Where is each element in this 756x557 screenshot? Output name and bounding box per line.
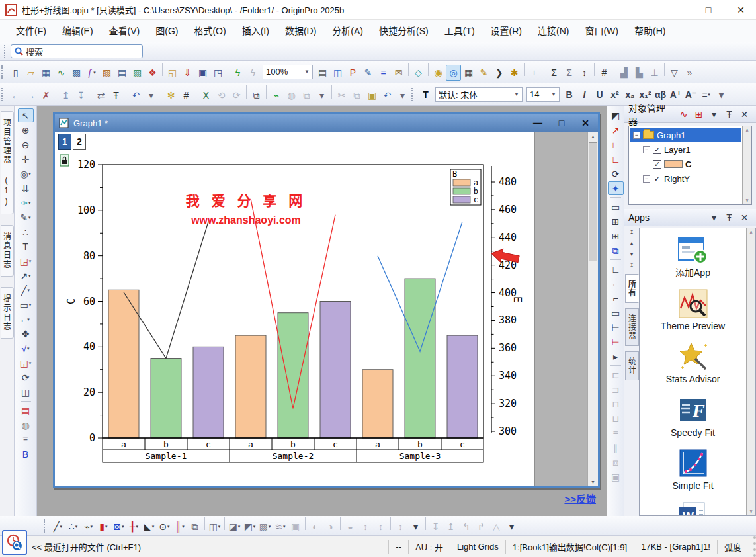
new-workbook[interactable]: ▦ <box>38 65 54 81</box>
area-plot[interactable]: ◣▾ <box>142 519 157 535</box>
stat-chart-histogram[interactable]: ▙ <box>632 65 647 81</box>
menu-item[interactable]: 插入(I) <box>234 20 277 42</box>
3d-object-tool[interactable]: ◫ <box>18 385 34 399</box>
b-to-c-tool[interactable]: B <box>18 447 34 461</box>
graph-template-library[interactable]: ⧉ <box>187 519 202 535</box>
screen-reader-tool[interactable]: ✛ <box>18 152 34 166</box>
layer-grid-4[interactable]: ⊞ <box>608 214 624 228</box>
graph-window[interactable]: Graph1 * — □ ✕ 12 020406080100120C300320… <box>53 112 600 488</box>
project-explorer[interactable]: ◇ <box>411 65 426 81</box>
menu-item[interactable]: 格式(O) <box>186 20 233 42</box>
import-excel[interactable]: X <box>198 87 214 103</box>
rerun-analysis[interactable]: ✦ <box>608 181 624 195</box>
scroll-down-icon[interactable]: ∨ <box>749 507 753 515</box>
import-wizard-2[interactable]: ✻ <box>163 87 179 103</box>
edit-worksheet[interactable]: ✎ <box>476 65 491 81</box>
equation-tool[interactable]: √▾ <box>18 341 34 355</box>
tree-checkbox[interactable]: ✓ <box>653 146 661 154</box>
tree-row-righty[interactable]: −✓RightY <box>630 171 741 186</box>
app-item-添加App[interactable]: 添加App <box>657 235 730 279</box>
nav-remove[interactable]: ✗ <box>38 87 54 103</box>
layer-button-1[interactable]: 1 <box>58 134 71 150</box>
annotation-tool[interactable]: ◲▾ <box>18 254 34 268</box>
scroll-down-icon[interactable]: ▼ <box>591 477 595 486</box>
draw-data-tool[interactable]: ✎▾ <box>18 210 34 224</box>
tree-row-layer1[interactable]: −✓Layer1 <box>630 142 741 157</box>
left-dock-tab[interactable]: 项目管理器 (1) <box>1 111 14 214</box>
rectangle-tool[interactable]: ▭▾ <box>18 298 34 312</box>
format-text[interactable]: T <box>418 87 433 103</box>
3d-bars-plot[interactable]: ◩▾ <box>242 519 257 535</box>
send-to-powerpoint[interactable]: P <box>345 65 360 81</box>
menu-item[interactable]: 查看(V) <box>101 20 148 42</box>
chart-canvas[interactable]: 020406080100120C300320340360380400420440… <box>55 132 534 486</box>
menu-item[interactable]: 设置(R) <box>483 20 530 42</box>
apps-close[interactable]: ✕ <box>737 210 752 226</box>
graph-window-title-bar[interactable]: Graph1 * — □ ✕ <box>55 114 598 132</box>
contour-plot[interactable]: ≋▾ <box>273 519 288 535</box>
toolbar-overflow-5[interactable]: ▾ <box>714 87 729 103</box>
graph-maximize-button[interactable]: □ <box>552 118 571 128</box>
toolbar-overflow-1[interactable]: » <box>682 65 697 81</box>
app-item-Speedy Fit[interactable]: FSpeedy Fit <box>657 395 730 439</box>
feedback-link[interactable]: >>反馈 <box>564 492 596 505</box>
duplicate-window[interactable]: ⧉ <box>249 87 264 103</box>
tree-expander-icon[interactable]: − <box>633 132 640 139</box>
status-field[interactable]: 17KB - [Graph1]1! <box>634 540 717 554</box>
recent-files-icon[interactable] <box>2 530 27 555</box>
menu-item[interactable]: 文件(F) <box>8 20 54 42</box>
sub-superscript[interactable]: x₁² <box>638 87 653 103</box>
column-plot[interactable]: ▮▾ <box>96 519 111 535</box>
menu-item[interactable]: 帮助(H) <box>626 20 673 42</box>
append-project[interactable]: ↥ <box>58 87 73 103</box>
axis-ticks-in[interactable]: ⊢ <box>608 320 624 334</box>
tree-row-graph1[interactable]: −Graph1 <box>630 128 741 142</box>
template-plot[interactable]: ⊠▾ <box>111 519 126 535</box>
menu-item[interactable]: 窗口(W) <box>577 20 626 42</box>
paste[interactable]: ▣ <box>364 87 380 103</box>
graph-vertical-scrollbar[interactable]: ▲ ▼ <box>587 132 598 486</box>
layer-grid-9[interactable]: ⊞ <box>608 229 624 243</box>
apps-tab[interactable]: 所有 <box>625 274 639 303</box>
graph-minimize-button[interactable]: — <box>528 118 548 128</box>
rescale-axes[interactable]: ↗ <box>608 123 624 137</box>
print[interactable]: ▤ <box>315 65 330 81</box>
data-filter[interactable]: ▽ <box>667 65 682 81</box>
zoom-all[interactable]: ◉ <box>431 65 446 81</box>
menu-item[interactable]: 编辑(E) <box>54 20 101 42</box>
import-wizard[interactable]: ⇓ <box>180 65 195 81</box>
insert-graph-tool[interactable]: ◱▾ <box>18 356 34 370</box>
lock-icon[interactable] <box>60 154 69 169</box>
om-menu[interactable]: ▾ <box>706 107 722 122</box>
greek-symbols[interactable]: αβ <box>653 87 668 103</box>
append-folder[interactable]: ↧ <box>73 87 89 103</box>
apps-scroll-icon-1[interactable]: ▴ <box>630 240 633 246</box>
zoom-in-tool[interactable]: ⊕ <box>18 123 34 137</box>
rotate-tool[interactable]: ⟳ <box>18 370 34 384</box>
axis-ticks-special[interactable]: ⊢ <box>608 335 624 349</box>
data-reader-tool[interactable]: ◎▾ <box>18 167 34 181</box>
scroll-up-icon[interactable]: ▲ <box>591 132 595 141</box>
save-template[interactable]: ◳ <box>210 65 226 81</box>
row-statistics[interactable]: Σ <box>562 65 577 81</box>
nav-forward[interactable]: → <box>23 87 38 103</box>
axis-box-dotted[interactable]: ▭ <box>608 306 624 320</box>
polar-plot[interactable]: ⊙▾ <box>157 519 172 535</box>
merge-graph-windows[interactable]: ⧉ <box>608 243 624 257</box>
maximize-button[interactable]: □ <box>694 1 722 19</box>
import-ascii[interactable]: # <box>179 87 194 103</box>
line-symbol-plot[interactable]: ⌁▾ <box>81 519 96 535</box>
status-field[interactable]: 弧度 <box>717 540 748 554</box>
toolbar-grip[interactable] <box>4 45 8 58</box>
open[interactable]: ◱ <box>165 65 180 81</box>
status-message[interactable]: << 最近打开的文件 (Ctrl+F1) <box>32 540 388 553</box>
new-notes[interactable]: ▧ <box>130 65 145 81</box>
stat-chart-ascending[interactable]: ▟ <box>616 65 632 81</box>
tree-scrollbar[interactable]: ∧ ∨ <box>742 126 751 204</box>
menu-item[interactable]: 图(G) <box>147 20 186 42</box>
subscript[interactable]: x₂ <box>622 87 638 103</box>
new-function-plot[interactable]: ƒ▾ <box>84 65 99 81</box>
font-size-combo[interactable]: 14▼ <box>526 87 560 102</box>
toolbar-grip[interactable] <box>411 88 415 101</box>
menu-item[interactable]: 工具(T) <box>437 20 483 42</box>
